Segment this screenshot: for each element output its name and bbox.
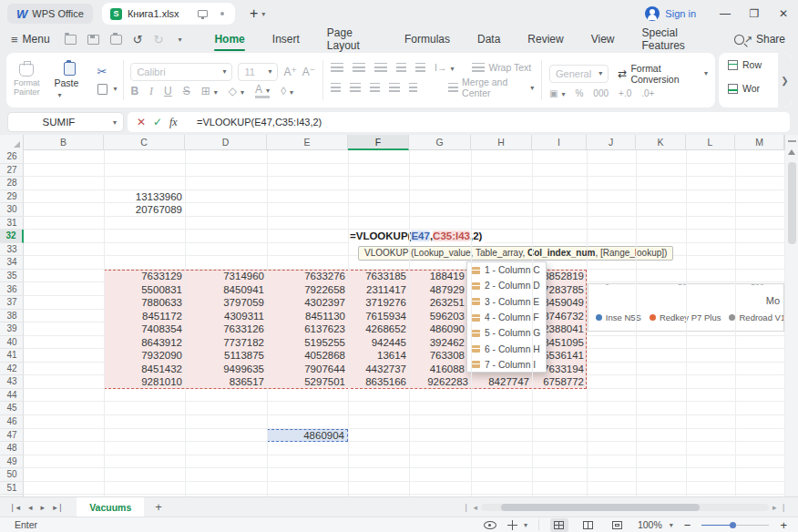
new-tab-button[interactable]: + [250,6,258,21]
row-header-43[interactable]: 43 [0,375,24,389]
column-header-M[interactable]: M [735,135,784,150]
undo-icon[interactable]: ↺ [133,35,143,45]
comma-format-button[interactable]: 000 [593,88,609,98]
row-header-33[interactable]: 33 [0,243,24,257]
ribbon-tab-insert[interactable]: Insert [271,29,302,49]
column-header-H[interactable]: H [471,135,532,150]
cell-C40[interactable]: 8643912 [104,336,185,350]
dropdown-item-5[interactable]: 5 - Column G [467,325,546,341]
row-header-36[interactable]: 36 [0,283,24,297]
cell-G42[interactable]: 416088 [409,363,471,376]
row-header-40[interactable]: 40 [0,336,24,350]
grow-font-button[interactable]: A⁺ [283,66,296,78]
cell-F41[interactable]: 13614 [348,349,409,363]
row-header-44[interactable]: 44 [0,389,24,403]
align-top-icon[interactable] [331,63,343,72]
open-file-icon[interactable] [65,35,77,45]
format-painter-button[interactable]: Format Painter [6,53,47,107]
lookup-value-cell[interactable]: 4860904 [267,429,348,443]
eye-protection-icon[interactable] [484,521,496,529]
column-header-B[interactable]: B [24,135,104,150]
currency-format-button[interactable]: ▣▾ [549,88,565,98]
zoom-out-button[interactable]: − [684,518,691,532]
decrease-decimal-button[interactable]: .0+ [641,88,654,98]
cell-E39[interactable]: 6137623 [267,322,348,336]
column-header-D[interactable]: D [185,135,267,150]
merge-center-button[interactable]: Merge and Center ▾ [448,77,534,98]
dropdown-item-2[interactable]: 2 - Column D [467,278,546,293]
save-icon[interactable] [87,35,99,45]
close-button[interactable]: ✕ [769,7,798,20]
prev-sheet-button[interactable]: ◂ [28,503,33,512]
column-header-K[interactable]: K [636,135,686,150]
cell-E41[interactable]: 4052868 [267,349,348,363]
wps-office-home-button[interactable]: W WPS Office [7,4,93,24]
justify-icon[interactable] [389,83,400,92]
cell-C30[interactable]: 20767089 [104,203,185,217]
row-header-46[interactable]: 46 [0,415,24,429]
row-header-32[interactable]: 32 [0,230,24,243]
ribbon-tab-view[interactable]: View [589,29,617,49]
number-format-select[interactable]: General▾ [549,65,609,83]
document-tab[interactable]: S Книга1.xlsx [102,3,235,25]
split-handle-icon[interactable] [788,140,796,142]
cell-G37[interactable]: 263251 [409,296,471,310]
row-header-45[interactable]: 45 [0,402,24,415]
dropdown-item-1[interactable]: 1 - Column C [467,262,546,278]
dropdown-item-4[interactable]: 4 - Column F [467,310,546,325]
split-view-button[interactable] [579,518,598,532]
cell-F38[interactable]: 7615934 [348,310,409,323]
cell-C37[interactable]: 7880633 [104,296,185,310]
select-all-corner[interactable] [0,135,24,150]
cell-I43[interactable]: 6758772 [532,375,587,389]
row-header-48[interactable]: 48 [0,442,24,455]
row-header-26[interactable]: 26 [0,150,24,164]
spreadsheet-grid[interactable]: BCDEFGHIJKLM 262728293031323334353637383… [0,135,798,496]
search-icon[interactable] [734,35,744,45]
cell-D39[interactable]: 7633126 [185,322,267,336]
restore-button[interactable]: ❐ [740,7,769,20]
cell-C43[interactable]: 9281010 [104,375,185,389]
percent-format-button[interactable]: % [575,88,583,98]
cell-C29[interactable]: 13133960 [104,190,185,204]
print-icon[interactable] [110,35,122,45]
cell-C42[interactable]: 8451432 [104,363,185,376]
font-name-select[interactable]: Calibri▾ [130,63,232,81]
zoom-slider-knob[interactable] [730,522,736,528]
cell-E38[interactable]: 8451130 [267,310,348,323]
cell-E35[interactable]: 7633276 [267,270,348,283]
hscroll-track[interactable] [481,504,769,511]
share-button[interactable]: ↗ Share [744,33,785,46]
strikethrough-button[interactable]: S [183,85,190,97]
cell-D42[interactable]: 9499635 [185,363,267,376]
row-header-49[interactable]: 49 [0,455,24,469]
tab-list-chevron-icon[interactable]: ▾ [261,10,265,18]
cell-H43[interactable]: 8427747 [471,375,532,389]
dropdown-item-3[interactable]: 3 - Column E [467,294,546,310]
wrap-text-button[interactable]: Wrap Text [472,62,531,73]
zoom-in-button[interactable]: + [780,518,787,532]
cell-E37[interactable]: 4302397 [267,296,348,310]
align-center-icon[interactable] [350,83,361,92]
cell-F43[interactable]: 8635166 [348,375,409,389]
cell-G35[interactable]: 188419 [409,270,471,283]
insert-function-button[interactable]: fx [169,116,189,129]
row-header-37[interactable]: 37 [0,296,24,310]
copy-icon[interactable] [97,84,107,95]
cell-E36[interactable]: 7922658 [267,283,348,297]
active-cell-formula-editor[interactable]: =VLOOKUP(E47,C35:I43,2) [349,230,485,243]
increase-decimal-button[interactable]: +.0 [619,88,631,98]
align-middle-icon[interactable] [353,63,365,72]
cell-F36[interactable]: 2311417 [348,283,409,297]
bold-button[interactable]: B [130,85,138,97]
dropdown-item-7[interactable]: 7 - Column I [467,357,546,373]
row-header-50[interactable]: 50 [0,468,24,482]
horizontal-scroll-thumb[interactable] [501,504,700,511]
cell-G41[interactable]: 763308 [409,349,471,363]
row-header-39[interactable]: 39 [0,322,24,336]
align-right-icon[interactable] [370,83,381,92]
row-header-30[interactable]: 30 [0,203,24,217]
row-header-42[interactable]: 42 [0,363,24,376]
sign-in-link[interactable]: Sign in [665,8,696,19]
scroll-left-arrow-icon[interactable]: ◂ [474,503,478,512]
